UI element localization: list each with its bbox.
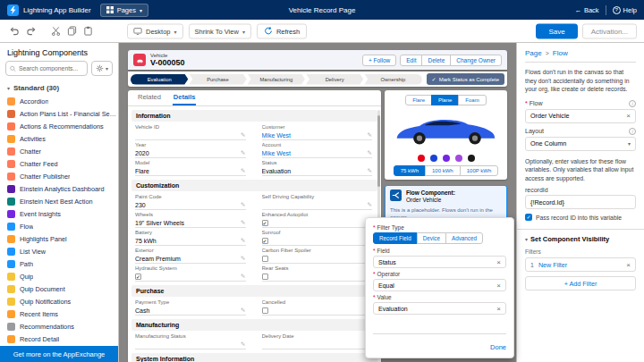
component-item[interactable]: Flow <box>7 220 118 232</box>
section-header[interactable]: Purchase <box>131 285 377 297</box>
edit-field-icon[interactable]: ✎ <box>368 131 372 139</box>
record-action-button[interactable]: Delete <box>421 55 451 66</box>
save-button[interactable]: Save <box>536 23 577 38</box>
battery-option-button[interactable]: 100 kWh <box>425 165 461 176</box>
edit-field-icon[interactable]: ✎ <box>241 273 245 280</box>
component-item[interactable]: Record Detail <box>7 333 118 345</box>
visibility-section-header[interactable]: ▾ Set Component Visibility <box>525 235 636 243</box>
done-button[interactable]: Done <box>490 343 506 351</box>
layout-select[interactable]: One Column ▾ <box>525 137 636 151</box>
component-item[interactable]: Event Insights <box>7 207 118 220</box>
tab-details[interactable]: Details <box>173 89 197 105</box>
component-item[interactable]: Highlights Panel <box>7 232 118 245</box>
edit-field-icon[interactable]: ✎ <box>241 201 245 208</box>
component-item[interactable]: Activities <box>7 132 118 145</box>
path-stage[interactable]: Delivery <box>306 74 363 85</box>
component-item[interactable]: Quip Notifications <box>7 295 118 307</box>
edit-field-icon[interactable]: ✎ <box>368 167 372 174</box>
refresh-button[interactable]: Refresh <box>257 23 307 38</box>
add-filter-button[interactable]: + Add Filter <box>525 276 636 290</box>
component-item[interactable]: Quip Document <box>7 282 118 295</box>
edit-field-icon[interactable]: ✎ <box>241 167 245 174</box>
paint-color-dot[interactable] <box>418 155 425 162</box>
standard-section-header[interactable]: ▾ Standard (30) <box>0 81 118 95</box>
component-item[interactable]: Chatter Publisher <box>7 170 118 182</box>
undo-button[interactable] <box>7 24 21 38</box>
back-button[interactable]: ← Back <box>574 6 598 14</box>
paint-color-dot[interactable] <box>430 155 437 162</box>
path-stage[interactable]: Purchase <box>189 74 246 85</box>
field-link[interactable]: Mike West <box>262 150 292 156</box>
record-action-button[interactable]: Edit <box>400 55 422 66</box>
edit-field-icon[interactable]: ✎ <box>368 201 372 208</box>
component-search-input[interactable] <box>19 65 83 72</box>
redo-button[interactable] <box>23 24 38 38</box>
record-id-input[interactable]: {!Record.Id} <box>525 195 636 209</box>
scrollbar-thumb[interactable] <box>377 115 380 187</box>
component-item[interactable]: Recommendations <box>7 320 118 333</box>
activation-button[interactable]: Activation... <box>582 23 637 38</box>
clear-icon[interactable]: × <box>496 305 501 313</box>
component-item[interactable]: Quip <box>7 270 118 282</box>
paste-button[interactable] <box>80 24 95 38</box>
pass-record-id-checkbox[interactable]: ✓ <box>525 214 532 221</box>
component-item[interactable]: List View <box>7 245 118 257</box>
info-icon[interactable]: i <box>629 100 636 107</box>
paint-color-dot[interactable] <box>443 155 450 162</box>
follow-button[interactable]: + Follow <box>362 55 396 66</box>
help-button[interactable]: ? Help <box>613 6 637 14</box>
filter-type-button[interactable]: Record Field <box>373 232 418 244</box>
path-stage[interactable]: Ownership <box>364 74 421 85</box>
paint-color-dot[interactable] <box>455 155 462 162</box>
edit-field-icon[interactable]: ✎ <box>241 341 245 348</box>
component-item[interactable]: Accordion <box>7 95 118 107</box>
flow-select[interactable]: Order Vehicle × <box>525 109 636 123</box>
field-link[interactable]: Mike West <box>262 132 292 139</box>
paint-color-dot[interactable] <box>468 155 475 162</box>
remove-filter-icon[interactable]: × <box>626 261 631 269</box>
clear-icon[interactable]: × <box>496 258 501 266</box>
new-filter-link[interactable]: New Filter <box>538 261 622 269</box>
path-stage[interactable]: Evaluation <box>131 74 188 85</box>
battery-option-button[interactable]: 100P kWh <box>460 165 499 176</box>
component-item[interactable]: Actions & Recommendations <box>7 120 118 132</box>
section-header[interactable]: Information <box>131 110 377 122</box>
component-item[interactable]: Einstein Next Best Action <box>7 195 118 207</box>
clear-icon[interactable]: × <box>496 282 501 290</box>
component-item[interactable]: Path <box>7 257 118 270</box>
appexchange-banner[interactable]: Get more on the AppExchange <box>0 346 118 362</box>
battery-option-button[interactable]: 75 kWh <box>394 165 426 176</box>
edit-field-icon[interactable]: ✎ <box>241 237 245 244</box>
component-item[interactable]: Chatter <box>7 145 118 157</box>
filter-type-button[interactable]: Advanced <box>445 232 483 244</box>
record-action-button[interactable]: Change Owner <box>450 55 502 66</box>
pages-menu-button[interactable]: Pages ▾ <box>100 4 148 17</box>
zoom-selector[interactable]: Shrink To View ▾ <box>189 23 251 38</box>
edit-field-icon[interactable]: ✎ <box>368 149 372 156</box>
clear-icon[interactable]: × <box>626 112 631 120</box>
model-tab-button[interactable]: Plane <box>431 95 459 105</box>
copy-button[interactable] <box>64 24 79 38</box>
filter-field-input[interactable]: Equal× <box>373 279 506 291</box>
component-search[interactable] <box>5 61 88 76</box>
component-item[interactable]: Einstein Analytics Dashboard <box>7 182 118 195</box>
mark-complete-button[interactable]: ✓ Mark Status as Complete <box>427 73 504 85</box>
section-header[interactable]: Customization <box>131 180 377 191</box>
device-selector[interactable]: Desktop ▾ <box>127 23 183 38</box>
filter-type-button[interactable]: Device <box>417 232 446 244</box>
edit-field-icon[interactable]: ✎ <box>241 219 245 226</box>
breadcrumb-page[interactable]: Page <box>525 49 542 57</box>
info-icon[interactable]: i <box>629 128 636 135</box>
filter-field-input[interactable]: Evaluation× <box>373 302 506 315</box>
edit-field-icon[interactable]: ✎ <box>241 307 245 314</box>
section-header[interactable]: System Information <box>131 353 377 362</box>
tab-related[interactable]: Related <box>137 89 162 105</box>
component-item[interactable]: Action Plans List - Financial Servi... <box>7 107 118 120</box>
filter-field-input[interactable]: Status× <box>373 256 506 268</box>
breadcrumb-flow[interactable]: Flow <box>553 49 568 57</box>
edit-field-icon[interactable]: ✎ <box>241 255 245 262</box>
model-tab-button[interactable]: Flare <box>405 95 432 105</box>
cut-button[interactable] <box>48 24 63 38</box>
edit-field-icon[interactable]: ✎ <box>241 131 245 139</box>
model-tab-button[interactable]: Foam <box>458 95 486 105</box>
